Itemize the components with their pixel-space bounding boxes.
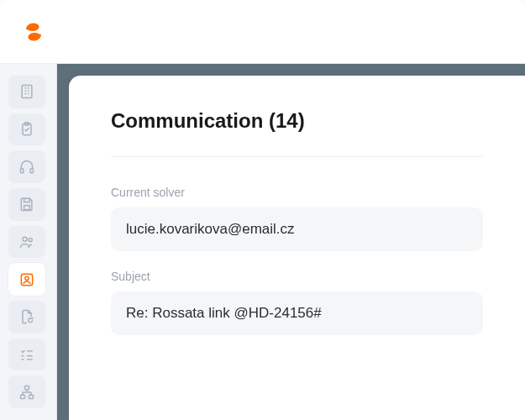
sidebar-item-contact[interactable] <box>8 263 45 296</box>
sidebar <box>0 64 57 420</box>
solver-input[interactable] <box>111 207 483 251</box>
svg-rect-0 <box>22 86 32 98</box>
sitemap-icon <box>18 384 35 401</box>
subject-label: Subject <box>111 270 483 283</box>
headset-icon <box>18 159 35 176</box>
sidebar-item-disk[interactable] <box>8 188 45 221</box>
svg-rect-9 <box>21 168 24 172</box>
checklist-icon <box>18 346 35 363</box>
sidebar-item-refresh-doc[interactable] <box>8 301 45 333</box>
svg-point-13 <box>23 237 27 241</box>
sidebar-item-building[interactable] <box>8 76 45 108</box>
sidebar-item-clipboard[interactable] <box>8 113 45 146</box>
main-panel: Communication (14) Current solver Subjec… <box>69 76 525 420</box>
logo-icon <box>21 19 46 45</box>
users-icon <box>18 234 35 250</box>
svg-rect-24 <box>29 395 34 398</box>
solver-label: Current solver <box>111 186 483 199</box>
building-icon <box>18 83 35 100</box>
svg-rect-12 <box>24 206 30 210</box>
refresh-doc-icon <box>18 308 35 325</box>
subject-input[interactable] <box>111 291 483 335</box>
brand-logo <box>20 18 47 45</box>
svg-point-14 <box>29 238 32 241</box>
page-title: Communication (14) <box>111 109 483 133</box>
svg-rect-23 <box>21 395 25 398</box>
sidebar-item-users[interactable] <box>8 226 45 259</box>
contact-icon <box>18 271 35 288</box>
sidebar-item-checklist[interactable] <box>8 339 45 371</box>
clipboard-icon <box>18 121 35 138</box>
svg-point-16 <box>25 276 29 280</box>
disk-icon <box>18 196 35 213</box>
field-solver: Current solver <box>111 186 483 251</box>
svg-rect-10 <box>30 168 33 172</box>
svg-rect-22 <box>25 386 29 389</box>
field-subject: Subject <box>111 270 483 335</box>
sidebar-item-headset[interactable] <box>8 150 45 183</box>
divider <box>111 156 483 157</box>
header <box>0 0 525 64</box>
sidebar-item-sitemap[interactable] <box>8 375 45 408</box>
svg-rect-11 <box>24 199 30 202</box>
